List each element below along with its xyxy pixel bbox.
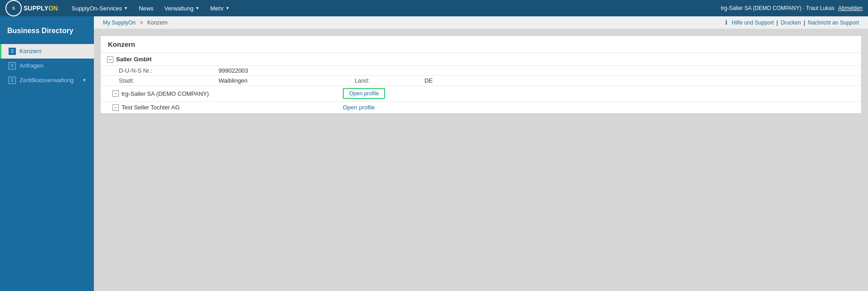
sidebar-title: Business Directory xyxy=(0,16,94,44)
panel-header: Konzern xyxy=(101,36,861,53)
breadcrumb-separator: > xyxy=(140,20,143,26)
city-label: Stadt: xyxy=(119,77,164,84)
company-name: Saller GmbH xyxy=(116,56,151,63)
city-value: Waiblingen xyxy=(219,77,248,84)
sidebar: Business Directory ☰ Konzern ☰ Anfragen … xyxy=(0,16,94,291)
konzern-table: − Saller GmbH D-U-N-S Nr.: 999022003 xyxy=(101,53,861,113)
support-message-link[interactable]: Nachricht an Support xyxy=(808,20,859,26)
top-navigation: S SUPPLYON SupplyOn-Services ▼ News Verw… xyxy=(0,0,868,16)
subsidiary-row-2: − Test Seller Tochter AG Open profile xyxy=(101,102,861,113)
user-info-area: trg-Saller SA (DEMO COMPANY) · Traut Luk… xyxy=(721,0,863,16)
city-country-row: Stadt: Waiblingen Land: DE xyxy=(101,76,861,86)
open-profile-button-1[interactable]: Open profile xyxy=(343,88,385,99)
print-link[interactable]: Drucken xyxy=(780,20,801,26)
expand-subsidiary-2-icon[interactable]: − xyxy=(112,104,119,111)
nav-news[interactable]: News xyxy=(134,3,158,14)
country-label: Land: xyxy=(355,77,400,84)
konzern-icon: ☰ xyxy=(9,48,16,55)
sidebar-item-zertifikat[interactable]: ☰ Zertifikatsverwaltung ▼ xyxy=(0,73,94,88)
nav-items: SupplyOn-Services ▼ News Verwaltung ▼ Me… xyxy=(67,3,234,14)
nav-supplyon-services[interactable]: SupplyOn-Services ▼ xyxy=(67,3,132,14)
panel-title: Konzern xyxy=(108,40,135,48)
zertifikat-arrow-icon: ▼ xyxy=(82,78,87,83)
open-profile-link-2[interactable]: Open profile xyxy=(343,104,375,111)
duns-label: D-U-N-S Nr.: xyxy=(119,67,164,74)
page-layout: Business Directory ☰ Konzern ☰ Anfragen … xyxy=(0,16,868,291)
breadcrumb: My SupplyOn > Konzern xyxy=(103,20,167,26)
logo-text: SUPPLYON xyxy=(24,5,58,12)
logo: S SUPPLYON xyxy=(5,0,58,16)
duns-value: 999022003 xyxy=(219,67,248,74)
nav-mehr[interactable]: Mehr ▼ xyxy=(206,3,234,14)
sidebar-item-anfragen[interactable]: ☰ Anfragen xyxy=(0,59,94,73)
help-icon: ℹ xyxy=(725,19,727,26)
country-value: DE xyxy=(424,77,433,84)
anfragen-icon: ☰ xyxy=(9,62,16,69)
nav-arrow-verwaltung: ▼ xyxy=(195,6,200,10)
sidebar-item-konzern[interactable]: ☰ Konzern xyxy=(0,44,94,59)
breadcrumb-actions: ℹ Hilfe und Support | Drucken | Nachrich… xyxy=(725,19,859,26)
subsidiary-1-name: trg-Saller SA (DEMO COMPANY) xyxy=(122,90,209,97)
company-expand-row: − Saller GmbH xyxy=(107,56,855,63)
nav-arrow-services: ▼ xyxy=(124,6,128,10)
duns-row: D-U-N-S Nr.: 999022003 xyxy=(101,66,861,76)
company-row: − Saller GmbH xyxy=(101,53,861,66)
breadcrumb-home-link[interactable]: My SupplyOn xyxy=(103,20,136,26)
logo-circle: S xyxy=(5,0,22,16)
subsidiary-row-1: − trg-Saller SA (DEMO COMPANY) Open prof… xyxy=(101,86,861,102)
nav-arrow-mehr: ▼ xyxy=(225,6,229,10)
zertifikat-icon: ☰ xyxy=(9,77,16,84)
breadcrumb-bar: My SupplyOn > Konzern ℹ Hilfe und Suppor… xyxy=(94,16,868,29)
subsidiary-1-name-cell: − trg-Saller SA (DEMO COMPANY) xyxy=(112,90,330,97)
subsidiary-2-name: Test Seller Tochter AG xyxy=(122,104,180,111)
content-panel: Konzern − Saller GmbH D-U-N-S Nr.: xyxy=(100,35,862,114)
breadcrumb-current: Konzern xyxy=(147,20,168,26)
main-content: My SupplyOn > Konzern ℹ Hilfe und Suppor… xyxy=(94,16,868,291)
help-support-link[interactable]: Hilfe und Support xyxy=(732,20,774,26)
expand-company-icon[interactable]: − xyxy=(107,56,113,63)
expand-subsidiary-1-icon[interactable]: − xyxy=(112,90,119,97)
subsidiary-2-name-cell: − Test Seller Tochter AG xyxy=(112,104,330,111)
nav-verwaltung[interactable]: Verwaltung ▼ xyxy=(160,3,204,14)
